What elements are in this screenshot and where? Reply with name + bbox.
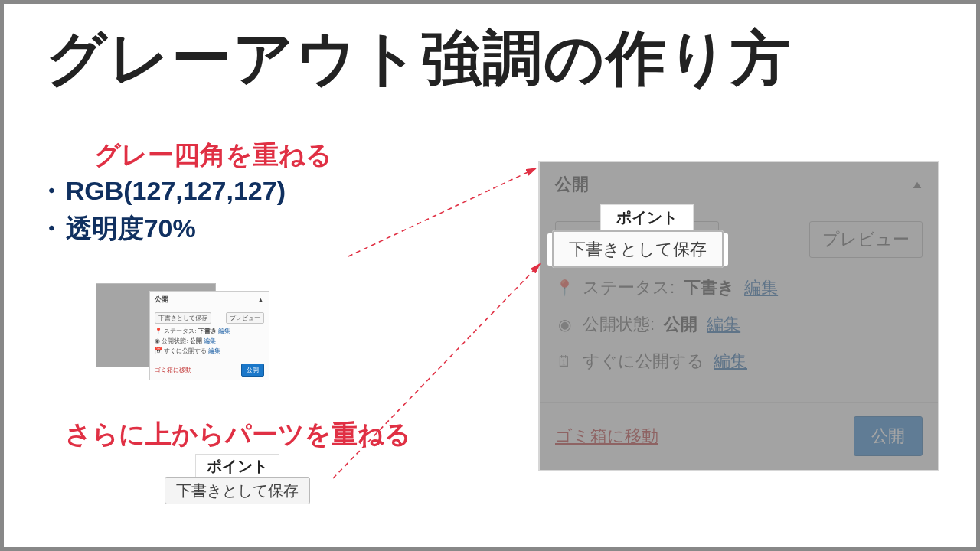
save-draft-button-sample: 下書きとして保存: [165, 477, 310, 504]
subtitle-overlay-parts: さらに上からパーツを重ねる: [65, 417, 411, 452]
sample-overlay-parts: ポイント 下書きとして保存: [165, 454, 310, 501]
bullet-rgb: RGB(127,127,127): [66, 176, 286, 205]
publish-panel: 公開 ▲ 下書きとして保存 プレビュー 📍 ステータス: 下書き 編集 ◉ 公開…: [538, 161, 939, 471]
slide-title: グレーアウト強調の作り方: [46, 19, 792, 99]
highlighted-parts: ポイント 下書きとして保存: [547, 204, 746, 266]
mini-publish-panel: 公開▲ 下書きとして保存 プレビュー 📍 ステータス: 下書き 編集 ◉ 公開状…: [149, 291, 270, 380]
save-draft-button-highlight[interactable]: 下書きとして保存: [552, 230, 724, 268]
bullet-opacity: 透明度70%: [66, 214, 196, 243]
thumbnail-illustration: 公開▲ 下書きとして保存 プレビュー 📍 ステータス: 下書き 編集 ◉ 公開状…: [149, 291, 270, 380]
point-label-panel: ポイント: [600, 204, 694, 231]
subtitle-grey-rect: グレー四角を重ねる: [94, 138, 332, 173]
svg-line-0: [348, 168, 536, 256]
point-label-small: ポイント: [195, 454, 279, 479]
slide: グレーアウト強調の作り方 グレー四角を重ねる ・RGB(127,127,127)…: [0, 0, 980, 551]
grey-rect-params: ・RGB(127,127,127) ・透明度70%: [38, 172, 286, 248]
result-panel-wrap: 公開 ▲ 下書きとして保存 プレビュー 📍 ステータス: 下書き 編集 ◉ 公開…: [538, 161, 936, 471]
